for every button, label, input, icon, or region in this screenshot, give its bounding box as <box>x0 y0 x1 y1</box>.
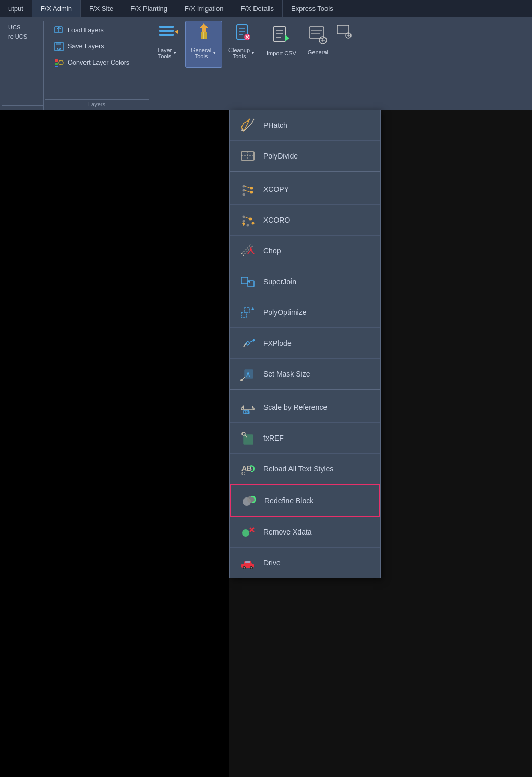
svg-marker-11 <box>175 30 178 34</box>
menu-item-fxplode[interactable]: FXPlode <box>230 328 380 359</box>
tab-fx-irrigation[interactable]: F/X Irrigation <box>176 0 232 17</box>
svg-point-7 <box>59 60 63 65</box>
svg-rect-9 <box>159 30 174 32</box>
menu-item-setmasksize[interactable]: A Set Mask Size <box>230 359 380 390</box>
svg-point-96 <box>242 529 249 537</box>
svg-rect-10 <box>159 34 174 36</box>
svg-point-79 <box>240 379 243 381</box>
svg-rect-65 <box>241 277 248 284</box>
removexdata-icon <box>238 523 257 541</box>
menu-item-superjoin[interactable]: SuperJoin <box>230 266 380 297</box>
svg-point-51 <box>243 216 245 218</box>
extra-ribbon-area <box>334 21 354 110</box>
general-tools-dropdown: PHatch PolyDivide <box>229 110 381 578</box>
menu-item-redefineblock[interactable]: Redefine Block <box>230 484 380 517</box>
menu-item-xcopy[interactable]: XCOPY <box>230 174 380 205</box>
svg-point-42 <box>243 185 245 188</box>
restore-ucs-button[interactable]: re UCS <box>6 32 39 41</box>
redefineblock-icon <box>239 491 258 510</box>
svg-point-38 <box>241 129 244 131</box>
svg-point-52 <box>243 220 245 223</box>
menu-item-xcoro[interactable]: XCORO <box>230 205 380 236</box>
general-tools-button[interactable]: General Tools ▼ <box>185 21 222 68</box>
svg-point-104 <box>251 567 252 569</box>
svg-point-102 <box>244 567 245 569</box>
svg-rect-8 <box>159 26 174 28</box>
general-icon <box>308 26 327 47</box>
svg-rect-6 <box>55 66 58 67</box>
svg-text:100: 100 <box>245 411 250 414</box>
svg-rect-87 <box>244 435 253 444</box>
chop-icon <box>238 241 257 260</box>
import-csv-icon <box>271 25 292 48</box>
menu-item-scalebyref[interactable]: 100 Scale by Reference <box>230 392 380 423</box>
svg-rect-69 <box>245 307 250 312</box>
ucs-section-label <box>2 105 43 110</box>
fxref-icon <box>238 429 257 447</box>
svg-marker-26 <box>285 35 289 41</box>
load-layers-button[interactable]: Load Layers <box>49 23 144 38</box>
xcopy-icon <box>238 180 257 199</box>
svg-point-70 <box>252 308 254 310</box>
tab-express-tools[interactable]: Express Tools <box>283 0 342 17</box>
svg-rect-100 <box>245 561 250 563</box>
svg-text:C: C <box>241 471 245 476</box>
convert-colors-icon <box>53 57 65 68</box>
xcoro-icon <box>238 211 257 229</box>
svg-rect-68 <box>241 312 247 318</box>
svg-marker-75 <box>253 339 255 342</box>
ucs-button[interactable]: UCS <box>6 23 39 31</box>
save-layers-button[interactable]: Save Layers <box>49 39 144 54</box>
tab-output[interactable]: utput <box>0 0 32 17</box>
svg-rect-5 <box>55 63 58 65</box>
convert-layer-colors-button[interactable]: Convert Layer Colors <box>49 55 144 70</box>
cleanup-tools-button[interactable]: Cleanup Tools ▼ <box>223 21 260 68</box>
import-csv-button[interactable]: Import CSV <box>261 21 301 68</box>
general-button[interactable]: General <box>303 21 333 68</box>
superjoin-icon <box>238 272 257 291</box>
svg-rect-3 <box>56 42 61 45</box>
menu-item-polydivide[interactable]: PolyDivide <box>230 141 380 172</box>
layer-tools-button[interactable]: Layer Tools ▼ <box>150 21 184 68</box>
phatch-icon <box>238 116 257 135</box>
separator-2 <box>230 391 380 391</box>
menu-item-reloadalltextstyles[interactable]: AB C Reload All Text Styles <box>230 454 380 484</box>
black-background <box>0 110 229 777</box>
ribbon-content: UCS re UCS Load Layers Save Layers <box>0 17 532 110</box>
svg-marker-12 <box>200 23 208 32</box>
separator-1 <box>230 173 380 173</box>
load-layers-icon <box>53 25 65 36</box>
tab-fx-details[interactable]: F/X Details <box>232 0 283 17</box>
menu-item-chop[interactable]: Chop <box>230 236 380 266</box>
svg-point-55 <box>252 222 255 225</box>
save-layers-icon <box>53 41 65 52</box>
svg-point-43 <box>243 189 245 192</box>
svg-rect-4 <box>55 59 58 62</box>
fxplode-icon <box>238 334 257 353</box>
svg-marker-59 <box>242 223 245 226</box>
tab-fx-admin[interactable]: F/X Admin <box>32 0 81 17</box>
cleanup-tools-icon <box>232 21 252 45</box>
tab-bar: utput F/X Admin F/X Site F/X Planting F/… <box>0 0 532 17</box>
menu-item-polyoptimize[interactable]: PolyOptimize <box>230 297 380 328</box>
svg-text:A: A <box>246 372 250 378</box>
menu-item-fxref[interactable]: fxREF <box>230 423 380 454</box>
menu-item-phatch[interactable]: PHatch <box>230 110 380 141</box>
menu-item-drive[interactable]: Drive <box>230 548 380 578</box>
svg-rect-33 <box>337 25 349 34</box>
scalebyref-icon: 100 <box>238 398 257 417</box>
polydivide-icon <box>238 147 257 165</box>
layers-section-label: Layers <box>45 99 149 110</box>
setmasksize-icon: A <box>238 365 257 383</box>
svg-point-53 <box>247 224 249 227</box>
general-tools-icon <box>194 21 214 45</box>
svg-point-44 <box>243 193 245 196</box>
tab-fx-planting[interactable]: F/X Planting <box>122 0 176 17</box>
reloadalltextstyles-icon: AB C <box>238 459 257 478</box>
layer-tools-icon <box>157 21 178 45</box>
menu-item-removexdata[interactable]: Remove Xdata <box>230 517 380 548</box>
drive-icon <box>238 553 257 572</box>
tab-fx-site[interactable]: F/X Site <box>81 0 122 17</box>
polyoptimize-icon <box>238 303 257 322</box>
